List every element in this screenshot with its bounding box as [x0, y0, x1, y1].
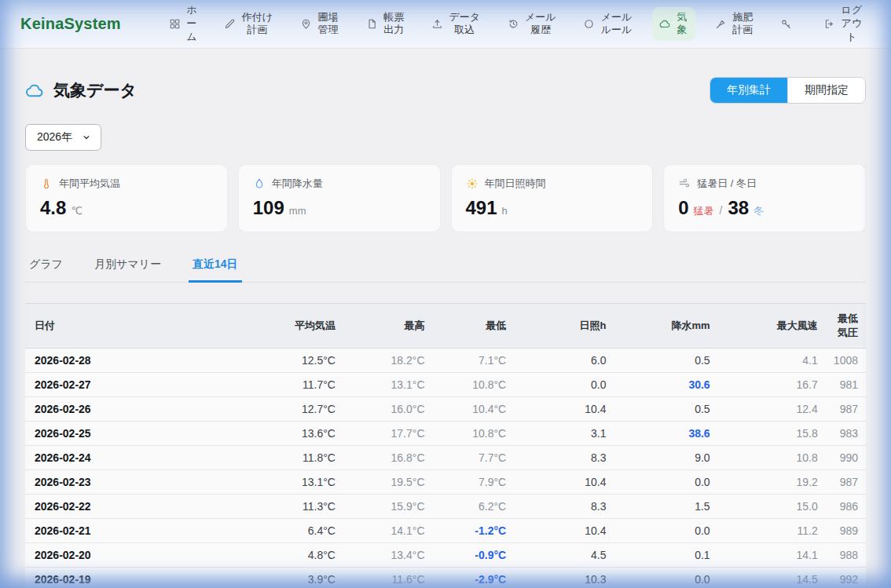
- date-cell: 2026-02-24: [25, 446, 254, 470]
- separator: /: [720, 204, 723, 217]
- nav-item-planting-plan[interactable]: 作付け計画: [217, 7, 280, 42]
- stat-label: 年間降水量: [272, 177, 323, 191]
- value-cell: 6.0: [514, 349, 614, 373]
- table-row: 2026-02-216.4°C14.1°C-1.2°C10.40.011.298…: [25, 519, 866, 543]
- nav-label: 作付け計画: [240, 11, 273, 38]
- content-tabs: グラフ 月別サマリー 直近14日: [25, 253, 866, 283]
- nav-item-weather[interactable]: 気象: [652, 7, 695, 42]
- value-cell: 10.4°C: [433, 397, 515, 422]
- stat-value: 4.8: [40, 197, 66, 219]
- value-cell: 14.1: [718, 543, 826, 568]
- nav-item-logout[interactable]: ログアウト: [816, 0, 871, 48]
- cloud-icon: [659, 18, 671, 30]
- value-cell: 9.0: [614, 446, 717, 470]
- nav-label: 気象: [676, 11, 688, 38]
- pen-icon: [224, 18, 236, 30]
- year-select[interactable]: 2026年: [25, 124, 101, 151]
- value-cell: 18.2°C: [343, 349, 433, 373]
- value-cell: 11.2: [718, 519, 826, 543]
- value-cell: 4.1: [718, 349, 826, 373]
- value-cell: 990: [826, 446, 866, 470]
- value-cell: 13.6°C: [254, 422, 343, 446]
- home-icon: [169, 18, 181, 30]
- value-cell: 11.7°C: [254, 373, 343, 397]
- column-header: 日照h: [514, 304, 614, 349]
- nav-item-mail-history[interactable]: メール履歴: [500, 7, 564, 42]
- view-toggle-group: 年別集計 期間指定: [710, 77, 866, 104]
- nav-label: メールルール: [600, 11, 632, 38]
- period-select-button[interactable]: 期間指定: [787, 78, 865, 103]
- nav-item-fertilization-plan[interactable]: 施肥計画: [708, 7, 761, 42]
- nav-item-report-output[interactable]: 帳票出力: [359, 7, 412, 42]
- value-cell: 0.5: [614, 397, 717, 422]
- value-cell: 19.2: [718, 470, 826, 495]
- nav-label: メール履歴: [524, 11, 557, 38]
- value-cell: 10.4: [514, 397, 614, 422]
- hot-days-value: 0: [678, 197, 688, 219]
- date-cell: 2026-02-28: [25, 349, 254, 373]
- stat-unit: h: [502, 205, 508, 217]
- nav-item-home[interactable]: ホーム: [162, 0, 205, 48]
- value-cell: 15.0: [718, 495, 826, 519]
- stat-label: 猛暑日 / 冬日: [697, 177, 757, 191]
- date-cell: 2026-02-22: [25, 495, 254, 519]
- value-cell: 7.1°C: [433, 349, 515, 373]
- value-cell: 14.5: [718, 568, 826, 588]
- stat-value: 491: [466, 197, 497, 219]
- value-cell: 988: [826, 543, 866, 568]
- value-cell: 992: [826, 568, 866, 588]
- trowel-icon: [715, 18, 727, 30]
- tab-monthly-summary[interactable]: 月別サマリー: [90, 253, 165, 283]
- hot-days-label: 猛暑: [694, 204, 714, 218]
- date-cell: 2026-02-20: [25, 543, 254, 568]
- stat-label: 年間日照時間: [485, 177, 546, 191]
- yearly-summary-button[interactable]: 年別集計: [710, 78, 787, 103]
- date-cell: 2026-02-26: [25, 397, 254, 422]
- main-nav: ホーム 作付け計画 圃場管理 帳票出力: [162, 0, 871, 48]
- date-cell: 2026-02-21: [25, 519, 254, 543]
- column-header: 最高: [343, 304, 433, 349]
- value-cell: -2.9°C: [433, 568, 515, 588]
- value-cell: 12.4: [718, 397, 826, 422]
- column-header: 日付: [25, 304, 254, 349]
- value-cell: 986: [826, 495, 866, 519]
- winter-days-value: 38: [728, 197, 750, 219]
- document-icon: [366, 18, 378, 30]
- brand-logo: KeinaSystem: [20, 15, 121, 33]
- winter-days-label: 冬: [754, 204, 764, 218]
- value-cell: -1.2°C: [433, 519, 515, 543]
- nav-label: 施肥計画: [732, 11, 754, 38]
- value-cell: -0.9°C: [433, 543, 515, 568]
- nav-item-data-import[interactable]: データ取込: [424, 7, 488, 42]
- date-cell: 2026-02-23: [25, 470, 254, 495]
- nav-label: 帳票出力: [383, 11, 405, 38]
- stat-card-avg-temp: 年間平均気温 4.8 ℃: [25, 164, 228, 232]
- nav-item-field-management[interactable]: 圃場管理: [293, 7, 346, 42]
- table-row: 2026-02-2612.7°C16.0°C10.4°C10.40.512.49…: [25, 397, 866, 422]
- tab-graph[interactable]: グラフ: [25, 253, 67, 283]
- value-cell: 8.3: [514, 446, 614, 470]
- stat-label: 年間平均気温: [59, 177, 120, 191]
- stat-card-hot-winter-days: 猛暑日 / 冬日 0 猛暑 / 38 冬: [663, 164, 866, 232]
- value-cell: 981: [826, 373, 866, 397]
- circle-icon: [583, 18, 595, 30]
- nav-item-mail-rules[interactable]: メールルール: [576, 7, 640, 42]
- weather-table: 日付平均気温最高最低日照h降水mm最大風速最低気圧 2026-02-2812.5…: [25, 303, 866, 588]
- value-cell: 0.0: [614, 519, 717, 543]
- value-cell: 3.1: [514, 422, 614, 446]
- page-title-text: 気象データ: [53, 79, 137, 101]
- tab-last-14-days[interactable]: 直近14日: [189, 253, 242, 283]
- table-row: 2026-02-2812.5°C18.2°C7.1°C6.00.54.11008: [25, 349, 866, 373]
- value-cell: 15.8: [718, 422, 826, 446]
- value-cell: 0.0: [614, 568, 717, 588]
- value-cell: 10.4: [514, 519, 614, 543]
- value-cell: 0.0: [514, 373, 614, 397]
- value-cell: 983: [826, 422, 866, 446]
- value-cell: 4.8°C: [254, 543, 343, 568]
- nav-label: データ取込: [448, 11, 481, 38]
- stat-card-precipitation: 年間降水量 109 mm: [238, 164, 441, 232]
- main-content: 気象データ 年別集計 期間指定 2026年 年間平均気温: [0, 77, 891, 588]
- value-cell: 6.4°C: [254, 519, 343, 543]
- value-cell: 987: [826, 470, 866, 495]
- nav-item-password-key[interactable]: [773, 14, 804, 34]
